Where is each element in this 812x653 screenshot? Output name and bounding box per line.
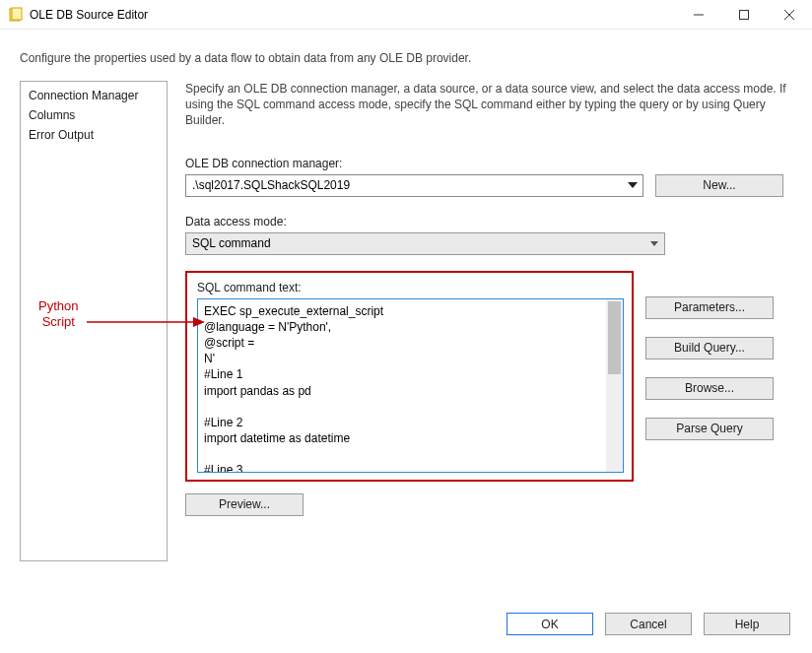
parse-query-button[interactable]: Parse Query bbox=[645, 418, 774, 440]
sql-command-textarea[interactable] bbox=[198, 299, 606, 472]
window-title: OLE DB Source Editor bbox=[30, 8, 676, 22]
scroll-thumb[interactable] bbox=[608, 301, 621, 374]
sql-command-label: SQL command text: bbox=[197, 281, 624, 294]
svg-rect-1 bbox=[12, 8, 22, 20]
nav-sidebar: Connection Manager Columns Error Output … bbox=[20, 81, 168, 561]
connection-manager-dropdown[interactable]: .\sql2017.SQLShackSQL2019 bbox=[185, 174, 643, 197]
sql-command-highlight-box: SQL command text: bbox=[185, 271, 634, 482]
new-button[interactable]: New... bbox=[655, 174, 783, 197]
annotation-line1: Python bbox=[38, 298, 78, 314]
data-access-mode-value: SQL command bbox=[192, 236, 645, 250]
sql-command-area bbox=[197, 298, 624, 473]
build-query-button[interactable]: Build Query... bbox=[645, 337, 774, 359]
app-icon bbox=[8, 7, 24, 23]
dialog-footer: OK Cancel Help bbox=[507, 613, 790, 635]
chevron-down-icon[interactable] bbox=[624, 175, 642, 196]
instructions-text: Specify an OLE DB connection manager, a … bbox=[185, 81, 792, 129]
ok-button[interactable]: OK bbox=[507, 613, 593, 635]
connection-manager-value: .\sql2017.SQLShackSQL2019 bbox=[192, 178, 624, 192]
annotation-python-script: Python Script bbox=[38, 298, 78, 329]
data-access-mode-label: Data access mode: bbox=[185, 215, 792, 229]
annotation-line2: Script bbox=[38, 314, 78, 330]
parameters-button[interactable]: Parameters... bbox=[645, 296, 774, 319]
browse-button[interactable]: Browse... bbox=[645, 377, 774, 400]
svg-rect-3 bbox=[740, 10, 749, 19]
dialog-description: Configure the properties used by a data … bbox=[0, 30, 812, 81]
cancel-button[interactable]: Cancel bbox=[605, 613, 692, 635]
connection-manager-label: OLE DB connection manager: bbox=[185, 157, 792, 170]
main-pane: Specify an OLE DB connection manager, a … bbox=[177, 81, 792, 561]
sidebar-item-error-output[interactable]: Error Output bbox=[21, 125, 167, 145]
close-button[interactable] bbox=[767, 0, 812, 29]
sidebar-item-columns[interactable]: Columns bbox=[21, 105, 167, 125]
preview-button[interactable]: Preview... bbox=[185, 493, 304, 516]
title-bar: OLE DB Source Editor bbox=[0, 0, 812, 30]
scrollbar[interactable] bbox=[606, 299, 623, 472]
sidebar-item-connection-manager[interactable]: Connection Manager bbox=[21, 86, 167, 105]
help-button[interactable]: Help bbox=[704, 613, 790, 635]
window-controls bbox=[676, 0, 812, 29]
maximize-button[interactable] bbox=[721, 0, 767, 29]
minimize-button[interactable] bbox=[676, 0, 721, 29]
data-access-mode-dropdown[interactable]: SQL command bbox=[185, 232, 665, 255]
chevron-down-icon[interactable] bbox=[645, 233, 663, 254]
